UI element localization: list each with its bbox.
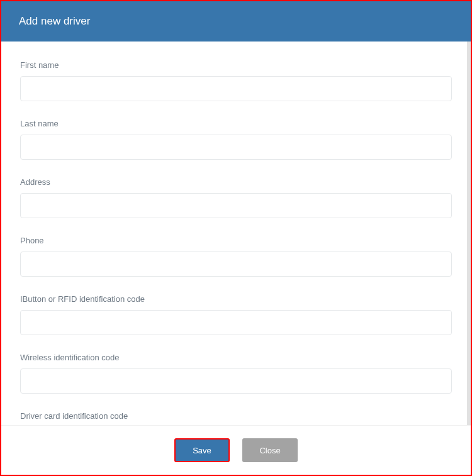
form-group-ibutton: IButton or RFID identification code <box>20 294 452 335</box>
phone-label: Phone <box>20 236 452 245</box>
modal-body[interactable]: First name Last name Address Phone IButt… <box>1 42 471 425</box>
modal-body-wrapper: First name Last name Address Phone IButt… <box>1 42 471 425</box>
add-driver-modal: Add new driver First name Last name Addr… <box>0 0 472 476</box>
modal-footer: Save Close <box>1 425 471 475</box>
phone-input[interactable] <box>20 252 452 277</box>
first-name-label: First name <box>20 60 452 70</box>
address-input[interactable] <box>20 193 452 218</box>
last-name-label: Last name <box>20 119 452 128</box>
form-group-driver-card: Driver card identification code <box>20 411 452 425</box>
form-group-phone: Phone <box>20 236 452 277</box>
close-button[interactable]: Close <box>242 438 298 462</box>
form-group-last-name: Last name <box>20 119 452 160</box>
form-group-wireless: Wireless identification code <box>20 353 452 394</box>
save-button[interactable]: Save <box>174 438 230 462</box>
ibutton-input[interactable] <box>20 310 452 335</box>
address-label: Address <box>20 177 452 187</box>
scrollbar[interactable] <box>467 42 471 425</box>
last-name-input[interactable] <box>20 135 452 160</box>
modal-title: Add new driver <box>19 15 90 27</box>
form-group-address: Address <box>20 177 452 218</box>
wireless-label: Wireless identification code <box>20 353 452 362</box>
driver-card-label: Driver card identification code <box>20 411 452 421</box>
first-name-input[interactable] <box>20 76 452 101</box>
modal-header: Add new driver <box>1 1 471 42</box>
wireless-input[interactable] <box>20 368 452 394</box>
form-group-first-name: First name <box>20 60 452 101</box>
ibutton-label: IButton or RFID identification code <box>20 294 452 304</box>
